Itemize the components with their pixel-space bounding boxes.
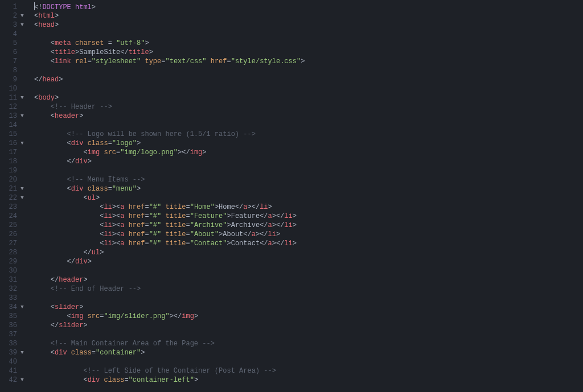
gutter-row[interactable]: 42▼ <box>6 376 25 385</box>
gutter-row[interactable]: 11▼ <box>6 93 25 102</box>
token-eq: = <box>92 349 96 357</box>
code-line[interactable]: <!-- Menu Items --> <box>34 175 583 184</box>
gutter-row[interactable]: 26 <box>6 230 25 239</box>
gutter-row[interactable]: 4 <box>6 30 25 39</box>
code-line[interactable] <box>34 166 583 175</box>
fold-indicator-icon[interactable]: ▼ <box>19 20 25 30</box>
gutter-row[interactable]: 7 <box>6 57 25 66</box>
line-number-gutter[interactable]: 12▼3▼4567891011▼1213▼141516▼1718192021▼2… <box>0 0 28 392</box>
code-line[interactable] <box>34 266 583 275</box>
gutter-row[interactable]: 19 <box>6 166 25 175</box>
gutter-row[interactable]: 37 <box>6 330 25 339</box>
fold-indicator-icon[interactable]: ▼ <box>19 348 25 357</box>
gutter-row[interactable]: 27 <box>6 239 25 248</box>
code-line[interactable]: <div class="container-left"> <box>34 376 583 385</box>
token-br: </ <box>260 221 268 229</box>
gutter-row[interactable]: 9 <box>6 75 25 84</box>
gutter-row[interactable]: 32 <box>6 284 25 294</box>
code-line[interactable]: <div class="logo"> <box>34 139 583 148</box>
code-line[interactable]: <li><a href="#" title="Archive">Archive<… <box>34 221 583 230</box>
code-line[interactable]: <li><a href="#" title="About">About</a><… <box>34 230 583 239</box>
token-an: charset <box>75 39 104 47</box>
gutter-row[interactable]: 6 <box>6 48 25 57</box>
code-line[interactable]: <li><a href="#" title="Contact">Contact<… <box>34 239 583 248</box>
gutter-row[interactable]: 28 <box>6 248 25 257</box>
code-line[interactable]: </header> <box>34 275 583 284</box>
code-line[interactable]: <html> <box>34 11 583 20</box>
gutter-row[interactable]: 22▼ <box>6 193 25 203</box>
fold-indicator-icon[interactable]: ▼ <box>19 184 25 193</box>
gutter-row[interactable]: 23 <box>6 203 25 212</box>
fold-indicator-icon[interactable]: ▼ <box>19 193 25 203</box>
gutter-row[interactable]: 3▼ <box>6 20 25 30</box>
gutter-row[interactable]: 15 <box>6 130 25 139</box>
code-line[interactable]: <body> <box>34 93 583 102</box>
gutter-row[interactable]: 13▼ <box>6 112 25 121</box>
code-line[interactable]: <!-- End of Header --> <box>34 284 583 294</box>
fold-indicator-icon[interactable]: ▼ <box>19 139 25 148</box>
gutter-row[interactable]: 1 <box>6 2 25 11</box>
fold-indicator-icon[interactable]: ▼ <box>19 112 25 121</box>
code-line[interactable]: </div> <box>34 257 583 266</box>
gutter-row[interactable]: 10 <box>6 84 25 93</box>
gutter-row[interactable]: 40 <box>6 357 25 366</box>
gutter-row[interactable]: 24 <box>6 212 25 221</box>
code-line[interactable]: </div> <box>34 157 583 166</box>
code-line[interactable]: <title>SampleSite</title> <box>34 48 583 57</box>
code-line[interactable]: <link rel="stylesheet" type="text/css" h… <box>34 57 583 66</box>
code-editor[interactable]: 12▼3▼4567891011▼1213▼141516▼1718192021▼2… <box>0 0 583 392</box>
code-line[interactable]: <li><a href="#" title="Home">Home</a></l… <box>34 203 583 212</box>
gutter-row[interactable]: 35 <box>6 312 25 321</box>
code-line[interactable]: <header> <box>34 112 583 121</box>
code-line[interactable]: <!-- Left Side of the Container (Post Ar… <box>34 366 583 376</box>
gutter-row[interactable]: 38 <box>6 339 25 348</box>
code-line[interactable]: <div class="menu"> <box>34 184 583 193</box>
gutter-row[interactable]: 2▼ <box>6 11 25 20</box>
gutter-row[interactable]: 5 <box>6 39 25 48</box>
code-line[interactable]: <div class="container"> <box>34 348 583 357</box>
fold-indicator-icon[interactable]: ▼ <box>19 376 25 385</box>
fold-indicator-icon[interactable]: ▼ <box>19 11 25 20</box>
code-line[interactable] <box>34 30 583 39</box>
code-line[interactable] <box>34 84 583 93</box>
fold-indicator-icon[interactable]: ▼ <box>19 303 25 312</box>
code-line[interactable] <box>34 66 583 75</box>
gutter-row[interactable]: 17 <box>6 148 25 157</box>
gutter-row[interactable]: 29 <box>6 257 25 266</box>
gutter-row[interactable]: 20 <box>6 175 25 184</box>
gutter-row[interactable]: 30 <box>6 266 25 275</box>
code-line[interactable]: <!DOCTYPE html> <box>34 2 583 11</box>
code-line[interactable] <box>34 330 583 339</box>
gutter-row[interactable]: 31 <box>6 275 25 284</box>
gutter-row[interactable]: 41 <box>6 366 25 376</box>
code-line[interactable]: <img src="img/slider.png"></img> <box>34 312 583 321</box>
gutter-row[interactable]: 25 <box>6 221 25 230</box>
gutter-row[interactable]: 14 <box>6 121 25 130</box>
gutter-row[interactable]: 16▼ <box>6 139 25 148</box>
gutter-row[interactable]: 12 <box>6 102 25 112</box>
code-line[interactable]: </slider> <box>34 321 583 330</box>
code-line[interactable] <box>34 121 583 130</box>
code-line[interactable]: <ul> <box>34 193 583 203</box>
code-line[interactable]: <!-- Main Container Area of the Page --> <box>34 339 583 348</box>
gutter-row[interactable]: 18 <box>6 157 25 166</box>
code-area[interactable]: <!DOCTYPE html><html><head> <meta charse… <box>28 0 583 392</box>
code-line[interactable]: </ul> <box>34 248 583 257</box>
code-line[interactable] <box>34 294 583 303</box>
gutter-row[interactable]: 8 <box>6 66 25 75</box>
code-line[interactable]: <!-- Logo will be shown here (1.5/1 rati… <box>34 130 583 139</box>
code-line[interactable]: <li><a href="#" title="Feature">Feature<… <box>34 212 583 221</box>
code-line[interactable]: <head> <box>34 20 583 30</box>
code-line[interactable]: <!-- Header --> <box>34 102 583 112</box>
gutter-row[interactable]: 34▼ <box>6 303 25 312</box>
code-line[interactable]: </head> <box>34 75 583 84</box>
gutter-row[interactable]: 39▼ <box>6 348 25 357</box>
gutter-row[interactable]: 21▼ <box>6 184 25 193</box>
code-line[interactable]: <img src="img/logo.png"></img> <box>34 148 583 157</box>
code-line[interactable]: <meta charset = "utf-8"> <box>34 39 583 48</box>
gutter-row[interactable]: 33 <box>6 294 25 303</box>
code-line[interactable]: <slider> <box>34 303 583 312</box>
gutter-row[interactable]: 36 <box>6 321 25 330</box>
code-line[interactable] <box>34 357 583 366</box>
fold-indicator-icon[interactable]: ▼ <box>19 93 25 102</box>
